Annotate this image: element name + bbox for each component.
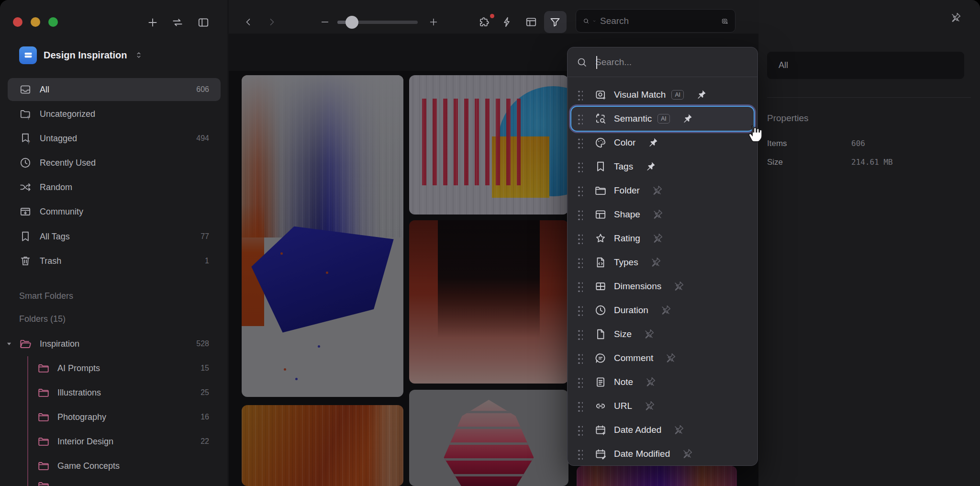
menu-item-url[interactable]: URL [571, 394, 754, 418]
global-search-field[interactable] [576, 9, 735, 33]
drag-handle-icon[interactable] [577, 209, 583, 220]
sidebar-item-label: Recently Used [40, 158, 96, 168]
drag-handle-icon[interactable] [577, 425, 583, 436]
menu-item-dimensions[interactable]: Dimensions [571, 274, 754, 298]
disclosure-caret-icon[interactable] [5, 339, 13, 348]
pin-off-icon[interactable] [681, 448, 693, 460]
menu-item-types[interactable]: Types [571, 250, 754, 274]
pin-icon[interactable] [647, 137, 658, 148]
toggle-sidebar-icon[interactable] [197, 16, 210, 29]
pin-off-icon[interactable] [665, 352, 676, 364]
chevron-updown-icon[interactable] [134, 50, 144, 60]
sidebar-item-all-tags[interactable]: All Tags 77 [8, 225, 221, 248]
drag-handle-icon[interactable] [577, 233, 583, 244]
drag-handle-icon[interactable] [577, 449, 583, 460]
folder-item-game-concepts[interactable]: Game Concepts [8, 454, 221, 477]
pin-off-icon[interactable] [652, 209, 663, 220]
drag-handle-icon[interactable] [577, 137, 583, 148]
sidebar-item-random[interactable]: Random [8, 176, 221, 199]
inspector-panel: All Properties Items 606 Size 214.61 MB [759, 0, 980, 486]
drag-handle-icon[interactable] [577, 353, 583, 364]
item-count: 15 [200, 364, 209, 373]
menu-item-duration[interactable]: Duration [571, 298, 754, 322]
sidebar-item-label: Trash [40, 256, 61, 266]
sidebar-item-community[interactable]: Community [8, 200, 221, 223]
drag-handle-icon[interactable] [577, 329, 583, 340]
folder-item-photography[interactable]: Photography 16 [8, 406, 221, 429]
traffic-minimize-button[interactable] [31, 17, 40, 27]
zoom-out-button[interactable] [314, 11, 335, 33]
traffic-zoom-button[interactable] [48, 17, 58, 27]
folder-item-illustrations[interactable]: Illustrations 25 [8, 381, 221, 404]
zoom-in-button[interactable] [423, 11, 444, 33]
ai-badge: AI [671, 90, 683, 100]
menu-item-shape[interactable]: Shape [571, 203, 754, 226]
drag-handle-icon[interactable] [577, 401, 583, 412]
layout-button[interactable] [521, 11, 542, 33]
search-by-image-icon[interactable] [721, 15, 728, 27]
drag-handle-icon[interactable] [577, 90, 583, 101]
pin-off-icon[interactable] [673, 281, 684, 292]
zoom-slider-thumb[interactable] [345, 16, 358, 29]
pin-off-icon[interactable] [644, 400, 655, 412]
sidebar-item-recently-used[interactable]: Recently Used [8, 151, 221, 174]
menu-item-rating[interactable]: Rating [571, 226, 754, 250]
drag-handle-icon[interactable] [577, 377, 583, 388]
pin-off-icon[interactable] [643, 328, 655, 340]
filter-menu-search-input[interactable] [594, 57, 749, 68]
sidebar-item-all[interactable]: All 606 [8, 78, 221, 101]
pin-off-icon[interactable] [660, 305, 671, 316]
drag-handle-icon[interactable] [577, 113, 583, 124]
pin-off-icon[interactable] [645, 376, 656, 388]
shuffle-icon [19, 181, 32, 193]
menu-item-semantic[interactable]: Semantic AI [571, 107, 754, 131]
import-export-icon[interactable] [171, 16, 184, 29]
drag-handle-icon[interactable] [577, 161, 583, 172]
drag-handle-icon[interactable] [577, 185, 583, 196]
pin-off-icon[interactable] [673, 424, 684, 436]
folder-item-ai-prompts[interactable]: AI Prompts 15 [8, 357, 221, 380]
sidebar-item-trash[interactable]: Trash 1 [8, 249, 221, 272]
menu-item-date-modified[interactable]: Date Modified [571, 442, 754, 466]
folder-item-interior-design[interactable]: Interior Design 22 [8, 430, 221, 453]
pin-off-icon[interactable] [651, 185, 663, 196]
forward-button[interactable] [261, 11, 282, 33]
drag-handle-icon[interactable] [577, 281, 583, 292]
palette-icon [594, 136, 607, 149]
pin-icon[interactable] [681, 113, 693, 124]
search-input[interactable] [599, 15, 718, 27]
menu-item-color[interactable]: Color [571, 131, 754, 155]
folder-item-inspiration[interactable]: Inspiration 528 [8, 332, 221, 355]
menu-item-tags[interactable]: Tags [571, 155, 754, 179]
search-icon [583, 15, 590, 27]
item-count: 25 [200, 388, 209, 397]
actions-button[interactable] [497, 11, 518, 33]
folder-question-icon [19, 108, 32, 120]
menu-item-visual-match[interactable]: Visual Match AI [571, 83, 754, 107]
library-switcher[interactable]: Design Inspiration [19, 46, 211, 64]
property-row-items: Items 606 [767, 139, 958, 148]
note-icon [594, 376, 607, 388]
drag-handle-icon[interactable] [577, 257, 583, 268]
pin-icon[interactable] [695, 89, 707, 101]
pin-off-icon[interactable] [650, 257, 661, 268]
pin-off-icon[interactable] [652, 233, 663, 244]
inspector-header: All [767, 52, 964, 79]
drag-handle-icon[interactable] [577, 305, 583, 316]
menu-item-date-added[interactable]: Date Added [571, 418, 754, 442]
folder-label: Illustrations [57, 388, 101, 398]
menu-item-size[interactable]: Size [571, 322, 754, 346]
panel-pin-icon[interactable] [950, 12, 961, 23]
back-button[interactable] [238, 11, 259, 33]
search-scope-chevron-icon[interactable] [592, 18, 596, 24]
add-button[interactable] [146, 16, 159, 29]
sidebar-item-label: Uncategorized [40, 109, 95, 119]
menu-item-folder[interactable]: Folder [571, 179, 754, 203]
pin-icon[interactable] [645, 161, 656, 172]
filter-button[interactable] [545, 11, 566, 33]
sidebar-item-uncategorized[interactable]: Uncategorized [8, 102, 221, 125]
menu-item-note[interactable]: Note [571, 370, 754, 394]
sidebar-item-untagged[interactable]: Untagged 494 [8, 127, 221, 150]
menu-item-comment[interactable]: Comment [571, 346, 754, 370]
traffic-close-button[interactable] [13, 17, 22, 27]
